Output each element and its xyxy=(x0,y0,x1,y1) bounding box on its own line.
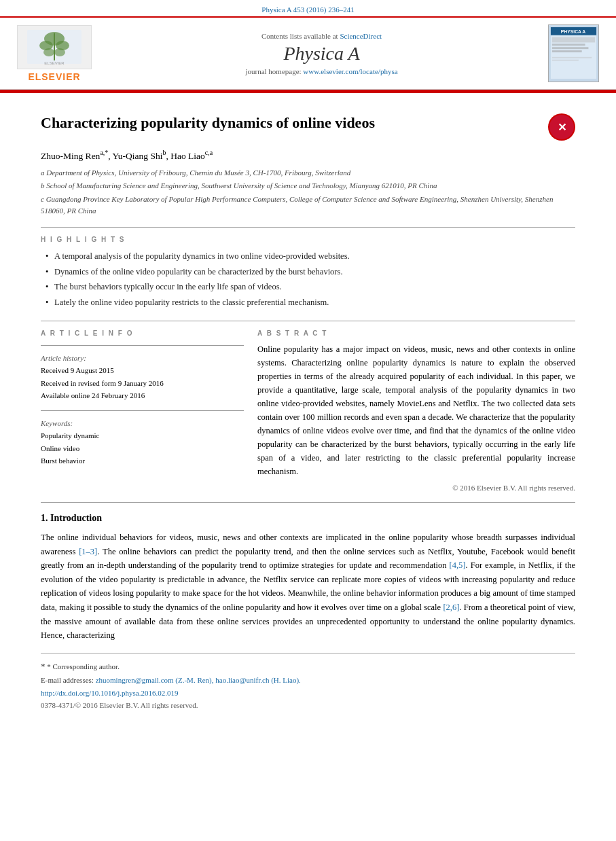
svg-text:✕: ✕ xyxy=(558,122,566,133)
crossmark-icon: ✕ CrossMark xyxy=(548,113,575,141)
intro-paragraph-1: The online individual behaviors for vide… xyxy=(41,531,575,643)
abstract-section: A B S T R A C T Online popularity has a … xyxy=(257,329,575,492)
issn-line: 0378-4371/© 2016 Elsevier B.V. All right… xyxy=(41,699,575,712)
divider-3 xyxy=(41,502,575,503)
intro-heading: 1. Introduction xyxy=(41,513,575,524)
svg-text:PHYSICA A: PHYSICA A xyxy=(561,29,586,34)
affiliation-b: b School of Manufacturing Science and En… xyxy=(41,180,575,192)
highlight-item: Lately the online video popularity restr… xyxy=(44,295,575,310)
highlights-section: H I G H L I G H T S A temporal analysis … xyxy=(41,236,575,310)
crossmark-badge[interactable]: ✕ CrossMark xyxy=(548,113,575,141)
homepage-link[interactable]: www.elsevier.com/locate/physa xyxy=(303,67,397,75)
affiliation-c: c Guangdong Province Key Laboratory of P… xyxy=(41,194,575,217)
banner-center: Contents lists available at ScienceDirec… xyxy=(102,32,541,75)
email-note: E-mail addresses: zhuomingren@gmail.com … xyxy=(41,674,575,687)
abstract-text: Online popularity has a major impact on … xyxy=(257,342,575,478)
journal-cover-image: PHYSICA A xyxy=(548,24,599,82)
footnotes: * * Corresponding author. E-mail address… xyxy=(41,659,575,712)
divider-2 xyxy=(41,321,575,321)
keyword-3: Burst behavior xyxy=(41,454,244,467)
ref-4-5[interactable]: [4,5] xyxy=(450,560,466,570)
keywords-block: Keywords: Popularity dynamic Online vide… xyxy=(41,419,244,467)
ref-2-6[interactable]: [2,6] xyxy=(443,603,459,612)
svg-rect-15 xyxy=(552,50,582,52)
svg-rect-14 xyxy=(552,47,589,49)
journal-title: Physica A xyxy=(102,43,541,65)
elsevier-logo: ELSEVIER ELSEVIER xyxy=(14,25,95,82)
journal-banner: ELSEVIER ELSEVIER Contents lists availab… xyxy=(0,16,616,90)
journal-cover: PHYSICA A xyxy=(548,24,602,82)
highlight-item: Dynamics of the online video popularity … xyxy=(44,264,575,280)
highlight-item: The burst behaviors typically occur in t… xyxy=(44,279,575,295)
history-block: Article history: Received 9 August 2015 … xyxy=(41,354,244,402)
authors-line: Zhuo-Ming Rena,*, Yu-Qiang Shib, Hao Lia… xyxy=(41,149,575,162)
doi-line[interactable]: http://dx.doi.org/10.1016/j.physa.2016.0… xyxy=(41,687,575,700)
article-info: A R T I C L E I N F O Article history: R… xyxy=(41,329,244,492)
affiliations: a Department of Physics, University of F… xyxy=(41,167,575,217)
footnote-divider xyxy=(41,653,575,654)
contents-line: Contents lists available at ScienceDirec… xyxy=(102,32,541,40)
introduction-section: 1. Introduction The online individual be… xyxy=(41,513,575,643)
abstract-label: A B S T R A C T xyxy=(257,329,575,337)
divider-1 xyxy=(41,227,575,228)
svg-rect-17 xyxy=(552,60,579,61)
keywords-label: Keywords: xyxy=(41,419,244,427)
elsevier-logo-image: ELSEVIER xyxy=(17,25,92,69)
highlights-list: A temporal analysis of the popularity dy… xyxy=(41,249,575,310)
history-label: Article history: xyxy=(41,354,244,362)
journal-ref-top: Physica A 453 (2016) 236–241 xyxy=(0,0,616,16)
svg-rect-16 xyxy=(552,57,592,58)
two-col-section: A R T I C L E I N F O Article history: R… xyxy=(41,329,575,492)
affiliation-a: a Department of Physics, University of F… xyxy=(41,167,575,179)
svg-rect-12 xyxy=(552,37,595,43)
title-row: Characterizing popularity dynamics of on… xyxy=(41,113,575,141)
highlights-label: H I G H L I G H T S xyxy=(41,236,575,243)
svg-text:ELSEVIER: ELSEVIER xyxy=(44,61,65,65)
paper-content: Characterizing popularity dynamics of on… xyxy=(0,93,616,726)
homepage-line: journal homepage: www.elsevier.com/locat… xyxy=(102,67,541,75)
highlight-item: A temporal analysis of the popularity dy… xyxy=(44,249,575,264)
ref-1-3[interactable]: [1–3] xyxy=(79,547,97,556)
svg-point-6 xyxy=(54,48,65,56)
paper-title: Characterizing popularity dynamics of on… xyxy=(41,113,538,133)
divider-info xyxy=(41,345,244,346)
sciencedirect-link[interactable]: ScienceDirect xyxy=(340,32,382,40)
elsevier-wordmark: ELSEVIER xyxy=(28,71,80,82)
keyword-1: Popularity dynamic xyxy=(41,429,244,442)
corresponding-note: * * Corresponding author. xyxy=(41,659,575,674)
received-date: Received 9 August 2015 xyxy=(41,364,244,377)
svg-point-5 xyxy=(43,48,54,56)
divider-kw xyxy=(41,410,244,411)
abstract-copyright: © 2016 Elsevier B.V. All rights reserved… xyxy=(257,484,575,492)
email-link[interactable]: zhuomingren@gmail.com (Z.-M. Ren), hao.l… xyxy=(96,676,301,684)
available-date: Available online 24 February 2016 xyxy=(41,389,244,402)
revised-date: Received in revised form 9 January 2016 xyxy=(41,377,244,390)
svg-rect-13 xyxy=(552,43,585,46)
keyword-2: Online video xyxy=(41,442,244,455)
article-info-label: A R T I C L E I N F O xyxy=(41,329,244,337)
